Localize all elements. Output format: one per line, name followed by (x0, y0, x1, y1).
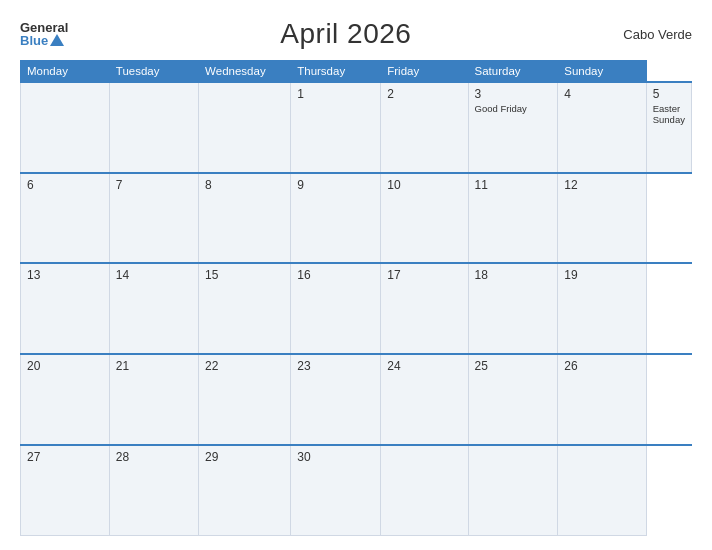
calendar-week-row: 27282930 (21, 445, 692, 536)
calendar-day-cell (381, 445, 468, 536)
calendar-header: General Blue April 2026 Cabo Verde (20, 18, 692, 50)
logo: General Blue (20, 21, 68, 47)
day-number: 20 (27, 359, 103, 373)
weekday-header-row: Monday Tuesday Wednesday Thursday Friday… (21, 61, 692, 83)
day-number: 8 (205, 178, 284, 192)
calendar-day-cell: 22 (199, 354, 291, 445)
day-number: 15 (205, 268, 284, 282)
calendar-week-row: 20212223242526 (21, 354, 692, 445)
day-number: 4 (564, 87, 640, 101)
country-name: Cabo Verde (623, 27, 692, 42)
calendar-day-cell (109, 82, 198, 173)
day-number: 5 (653, 87, 685, 101)
calendar-day-cell (199, 82, 291, 173)
header-monday: Monday (21, 61, 110, 83)
header-saturday: Saturday (468, 61, 558, 83)
day-number: 27 (27, 450, 103, 464)
day-number: 14 (116, 268, 192, 282)
calendar-day-cell: 17 (381, 263, 468, 354)
calendar-title: April 2026 (280, 18, 411, 50)
calendar-day-cell (21, 82, 110, 173)
day-number: 21 (116, 359, 192, 373)
day-number: 2 (387, 87, 461, 101)
day-number: 13 (27, 268, 103, 282)
header-tuesday: Tuesday (109, 61, 198, 83)
calendar-day-cell: 9 (291, 173, 381, 264)
calendar-week-row: 6789101112 (21, 173, 692, 264)
day-number: 10 (387, 178, 461, 192)
calendar-day-cell: 16 (291, 263, 381, 354)
calendar-week-row: 13141516171819 (21, 263, 692, 354)
calendar-day-cell: 12 (558, 173, 647, 264)
holiday-label: Easter Sunday (653, 103, 685, 125)
calendar-day-cell: 15 (199, 263, 291, 354)
day-number: 28 (116, 450, 192, 464)
calendar-day-cell: 10 (381, 173, 468, 264)
day-number: 9 (297, 178, 374, 192)
calendar-day-cell: 8 (199, 173, 291, 264)
header-thursday: Thursday (291, 61, 381, 83)
calendar-day-cell: 26 (558, 354, 647, 445)
header-sunday: Sunday (558, 61, 647, 83)
logo-triangle-icon (50, 34, 64, 46)
day-number: 16 (297, 268, 374, 282)
day-number: 17 (387, 268, 461, 282)
calendar-day-cell: 18 (468, 263, 558, 354)
day-number: 1 (297, 87, 374, 101)
calendar-day-cell: 30 (291, 445, 381, 536)
calendar-day-cell: 11 (468, 173, 558, 264)
calendar-table: Monday Tuesday Wednesday Thursday Friday… (20, 60, 692, 536)
calendar-day-cell: 27 (21, 445, 110, 536)
day-number: 7 (116, 178, 192, 192)
calendar-day-cell: 24 (381, 354, 468, 445)
day-number: 25 (475, 359, 552, 373)
day-number: 18 (475, 268, 552, 282)
day-number: 22 (205, 359, 284, 373)
day-number: 29 (205, 450, 284, 464)
header-friday: Friday (381, 61, 468, 83)
calendar-day-cell (558, 445, 647, 536)
calendar-day-cell: 14 (109, 263, 198, 354)
day-number: 12 (564, 178, 640, 192)
calendar-day-cell: 25 (468, 354, 558, 445)
calendar-day-cell: 4 (558, 82, 647, 173)
day-number: 26 (564, 359, 640, 373)
day-number: 24 (387, 359, 461, 373)
calendar-day-cell: 1 (291, 82, 381, 173)
day-number: 6 (27, 178, 103, 192)
calendar-week-row: 123Good Friday45Easter Sunday (21, 82, 692, 173)
calendar-day-cell: 20 (21, 354, 110, 445)
calendar-day-cell: 29 (199, 445, 291, 536)
day-number: 11 (475, 178, 552, 192)
day-number: 19 (564, 268, 640, 282)
calendar-day-cell: 21 (109, 354, 198, 445)
calendar-day-cell: 7 (109, 173, 198, 264)
calendar-day-cell: 13 (21, 263, 110, 354)
calendar-day-cell: 2 (381, 82, 468, 173)
logo-blue-text: Blue (20, 34, 64, 47)
calendar-day-cell: 5Easter Sunday (646, 82, 691, 173)
calendar-day-cell (468, 445, 558, 536)
calendar-day-cell: 23 (291, 354, 381, 445)
day-number: 23 (297, 359, 374, 373)
calendar-page: General Blue April 2026 Cabo Verde Monda… (0, 0, 712, 550)
calendar-day-cell: 3Good Friday (468, 82, 558, 173)
day-number: 30 (297, 450, 374, 464)
holiday-label: Good Friday (475, 103, 552, 114)
header-wednesday: Wednesday (199, 61, 291, 83)
calendar-day-cell: 6 (21, 173, 110, 264)
calendar-day-cell: 19 (558, 263, 647, 354)
calendar-day-cell: 28 (109, 445, 198, 536)
day-number: 3 (475, 87, 552, 101)
